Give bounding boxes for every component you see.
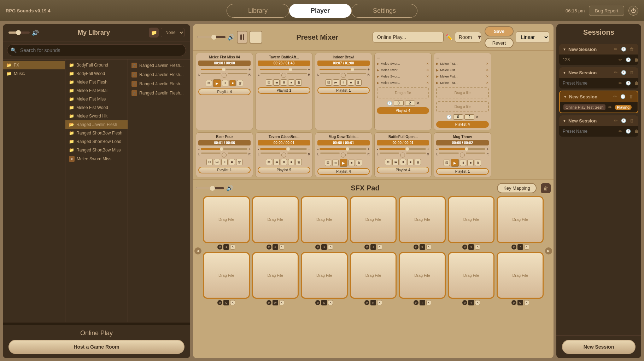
delete-btn[interactable]: 🗑: [295, 79, 302, 86]
list-item-ranged-javelin[interactable]: 📂Ranged Javelin Flesh: [65, 120, 128, 129]
sfx-pad-5[interactable]: Drag File: [399, 196, 446, 243]
delete-btn[interactable]: 🗑: [356, 160, 362, 166]
pause-small-btn[interactable]: ⏸: [222, 80, 228, 86]
pad-delete-btn[interactable]: ✕: [230, 300, 235, 305]
edit-icon[interactable]: ✏: [608, 104, 613, 110]
playlist-button-active[interactable]: Playlist4: [377, 107, 429, 114]
sfx-pad-e[interactable]: Drag File: [301, 252, 348, 299]
playlist-button[interactable]: Playlist1: [198, 167, 251, 173]
prev-btn[interactable]: ⏮: [332, 160, 339, 166]
track-delete-icon[interactable]: ✕: [486, 75, 489, 78]
delete-btn[interactable]: 🗑: [475, 160, 481, 166]
clock-session-icon[interactable]: 🕐: [620, 93, 626, 100]
playlist-button-active[interactable]: Playlist4: [436, 121, 488, 128]
list-item[interactable]: 🎵 Ranged Javelin Flesh...: [128, 79, 190, 88]
pad-delete-btn[interactable]: ✕: [328, 300, 333, 305]
list-item[interactable]: 📁Ranged ShortBow Miss: [65, 146, 128, 154]
track-delete-icon[interactable]: ✕: [486, 81, 489, 85]
clock-session-icon[interactable]: 🕐: [620, 46, 627, 52]
save-button[interactable]: Save: [485, 26, 514, 36]
stop-small-btn[interactable]: ■: [288, 159, 294, 165]
delete-session-icon[interactable]: 🗑: [628, 93, 634, 100]
playlist-button[interactable]: Playlist4: [317, 168, 370, 175]
pad-delete-btn[interactable]: ✕: [279, 245, 284, 250]
pause-small-btn[interactable]: ⏸: [281, 159, 287, 165]
list-item[interactable]: 📁Ranged ShortBow Load: [65, 137, 128, 146]
drag-file-area[interactable]: Drag a file: [436, 87, 488, 98]
delete-icon[interactable]: 🗑: [634, 57, 638, 63]
pause-small-btn[interactable]: ⏸: [281, 79, 287, 86]
sfx-next-button[interactable]: ▶: [545, 247, 552, 254]
playlist-button[interactable]: Playlist1: [317, 87, 370, 94]
track-delete-icon[interactable]: ✕: [426, 75, 429, 78]
session-name-input[interactable]: [563, 57, 616, 62]
revert-button[interactable]: Revert: [485, 38, 514, 48]
randomize-btn[interactable]: ⚄: [444, 160, 450, 166]
library-item-fx[interactable]: 📂 FX: [3, 61, 65, 69]
list-item[interactable]: 📁BodyFall Wood: [65, 69, 128, 78]
clock-session-icon[interactable]: 🕐: [620, 118, 627, 124]
randomize-btn[interactable]: ⚄: [326, 79, 332, 86]
delete-session-icon[interactable]: 🗑: [629, 69, 635, 76]
delete-session-icon[interactable]: 🗑: [629, 46, 635, 52]
search-input[interactable]: [7, 44, 186, 56]
drag-file-area[interactable]: Drag a file: [377, 87, 429, 98]
drag-file-area2[interactable]: Drag a file: [436, 101, 488, 112]
clock-icon[interactable]: 🕐: [625, 128, 632, 134]
track-delete-icon[interactable]: ✕: [426, 68, 429, 72]
randomize-btn[interactable]: ⚄: [206, 159, 213, 165]
track-delete-icon[interactable]: ✕: [486, 62, 489, 65]
pad-delete-btn[interactable]: ✕: [524, 300, 529, 305]
multitrack-menu-icon[interactable]: ☰: [377, 55, 380, 59]
vol-minus-icon[interactable]: -: [377, 147, 378, 151]
sfx-pad-3[interactable]: Drag File: [301, 196, 348, 243]
randomize-btn[interactable]: ⚄: [206, 80, 212, 86]
delete-btn[interactable]: 🗑: [355, 79, 362, 86]
new-session-button[interactable]: New Session: [562, 340, 636, 354]
prev-btn[interactable]: ⏮: [214, 159, 220, 165]
delete-icon[interactable]: 🗑: [634, 80, 638, 86]
vol-minus-icon[interactable]: -: [436, 147, 438, 151]
sfx-pad-7[interactable]: Drag File: [497, 196, 544, 243]
multitrack-menu-icon[interactable]: ☰: [436, 55, 439, 59]
stop-small-btn[interactable]: ■: [349, 160, 355, 166]
clock-session-icon[interactable]: 🕐: [620, 69, 627, 76]
stop-small-btn[interactable]: ■: [407, 159, 414, 165]
library-folder-btn[interactable]: 📁: [149, 28, 159, 38]
play-button[interactable]: ▶: [213, 79, 221, 87]
delete-btn[interactable]: 🗑: [237, 80, 243, 86]
playlist-button[interactable]: Playlist5: [258, 167, 310, 173]
edit-session-icon[interactable]: ✏: [613, 93, 617, 100]
pad-delete-btn[interactable]: ✕: [475, 245, 480, 250]
pause-small-btn[interactable]: ⏸: [340, 79, 347, 86]
delete-btn[interactable]: 🗑: [295, 159, 302, 165]
vol-plus-icon[interactable]: +: [248, 67, 251, 71]
sfx-prev-button[interactable]: ◀: [194, 247, 201, 254]
track-delete-icon[interactable]: ✕: [486, 68, 489, 72]
randomize-btn[interactable]: ⚄: [266, 79, 272, 86]
stop-small-btn[interactable]: ■: [229, 80, 236, 86]
stop-small-btn[interactable]: ■: [229, 159, 235, 165]
pad-delete-btn[interactable]: ✕: [377, 245, 382, 250]
pause-small-btn[interactable]: ⏸: [460, 160, 466, 166]
delete-session-icon[interactable]: 🗑: [629, 118, 635, 124]
prev-btn[interactable]: ⏮: [333, 79, 339, 86]
library-filter-select[interactable]: None None: [161, 28, 185, 37]
linear-dropdown[interactable]: Linear: [516, 31, 549, 43]
randomize-btn[interactable]: ⚄: [385, 159, 391, 165]
list-item[interactable]: 📁Melee Fist Wood: [65, 103, 128, 112]
sfx-pad-q[interactable]: Drag File: [203, 252, 250, 299]
pad-delete-btn[interactable]: ✕: [524, 245, 529, 250]
randomize-btn[interactable]: ⚄: [325, 160, 331, 166]
vol-plus-icon[interactable]: +: [427, 147, 429, 151]
vol-minus-icon[interactable]: -: [258, 147, 259, 151]
list-item[interactable]: 🗡 Melee Sword Miss: [65, 154, 128, 164]
edit-preset-icon[interactable]: ✏️: [446, 34, 453, 41]
vol-minus-icon[interactable]: -: [198, 67, 200, 71]
prev-btn[interactable]: ⏮: [392, 159, 399, 165]
playlist-button[interactable]: Playlist1: [258, 87, 310, 94]
list-item[interactable]: 📁Melee Fist Miss: [65, 95, 128, 103]
delete-btn[interactable]: 🗑: [236, 159, 242, 165]
pad-delete-btn[interactable]: ✕: [328, 245, 333, 250]
randomize-btn[interactable]: ⚄: [266, 159, 272, 165]
